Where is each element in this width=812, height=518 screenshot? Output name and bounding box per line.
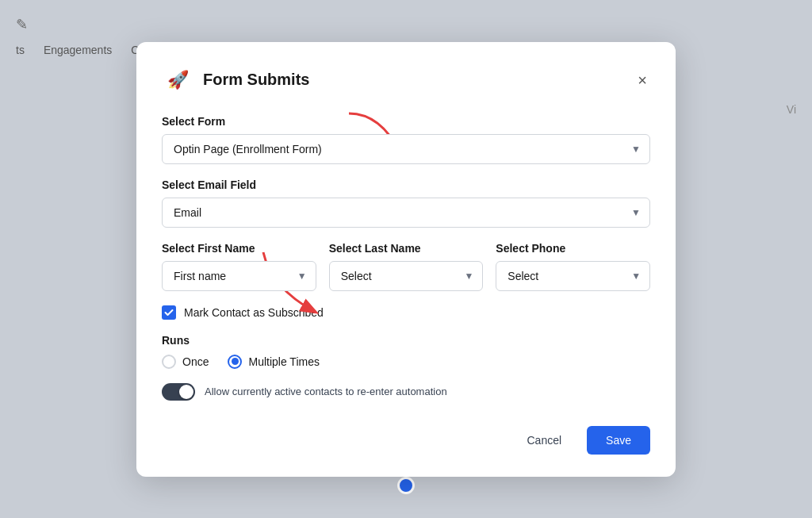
radio-multiple-label: Multiple Times	[248, 355, 319, 368]
radio-multiple-option[interactable]: Multiple Times	[228, 355, 319, 369]
toggle-row: Allow currently active contacts to re-en…	[162, 383, 650, 401]
select-email-section: Select Email Field Email ▼	[162, 178, 650, 228]
select-first-name-wrapper: First name ▼	[162, 261, 316, 291]
modal-footer: Cancel Save	[162, 420, 650, 455]
radio-once-circle	[162, 355, 176, 369]
select-first-name-label: Select First Name	[162, 242, 316, 255]
subscribed-checkbox[interactable]	[162, 305, 176, 320]
phone-col: Select Phone Select ▼	[496, 242, 650, 291]
select-last-name-label: Select Last Name	[329, 242, 484, 255]
select-last-name-dropdown[interactable]: Select	[329, 261, 484, 291]
select-phone-label: Select Phone	[496, 242, 650, 255]
select-form-wrapper: Optin Page (Enrollment Form) ▼	[162, 134, 650, 164]
name-phone-row: Select First Name First name ▼ Select La…	[162, 242, 650, 291]
first-name-col: Select First Name First name ▼	[162, 242, 316, 291]
reenter-toggle[interactable]	[162, 383, 195, 401]
select-first-name-dropdown[interactable]: First name	[162, 261, 316, 291]
cancel-button[interactable]: Cancel	[511, 426, 577, 455]
modal-dialog: 🚀 Form Submits × Select Form Optin Page …	[136, 42, 676, 477]
select-form-label: Select Form	[162, 115, 650, 128]
runs-label: Runs	[162, 334, 650, 347]
modal-title: Form Submits	[203, 71, 625, 89]
select-phone-wrapper: Select ▼	[496, 261, 650, 291]
rocket-icon: 🚀	[162, 64, 193, 96]
save-button[interactable]: Save	[587, 426, 650, 455]
subscribed-label: Mark Contact as Subscribed	[184, 306, 324, 319]
select-email-dropdown[interactable]: Email	[162, 198, 650, 228]
modal-header: 🚀 Form Submits ×	[162, 64, 650, 96]
radio-group: Once Multiple Times	[162, 355, 650, 369]
checkbox-row: Mark Contact as Subscribed	[162, 305, 650, 320]
runs-section: Runs Once Multiple Times	[162, 334, 650, 369]
toggle-knob	[179, 385, 193, 399]
modal-backdrop: 🚀 Form Submits × Select Form Optin Page …	[0, 0, 812, 518]
select-email-wrapper: Email ▼	[162, 198, 650, 228]
toggle-label: Allow currently active contacts to re-en…	[205, 386, 447, 397]
last-name-col: Select Last Name Select ▼	[329, 242, 484, 291]
select-last-name-wrapper: Select ▼	[329, 261, 484, 291]
close-button[interactable]: ×	[634, 69, 650, 91]
select-form-section: Select Form Optin Page (Enrollment Form)…	[162, 115, 650, 164]
radio-multiple-circle	[228, 355, 242, 369]
select-email-label: Select Email Field	[162, 178, 650, 191]
checkmark-icon	[164, 308, 174, 317]
radio-once-label: Once	[182, 355, 209, 368]
select-form-dropdown[interactable]: Optin Page (Enrollment Form)	[162, 134, 650, 164]
radio-once-option[interactable]: Once	[162, 355, 209, 369]
select-phone-dropdown[interactable]: Select	[496, 261, 650, 291]
